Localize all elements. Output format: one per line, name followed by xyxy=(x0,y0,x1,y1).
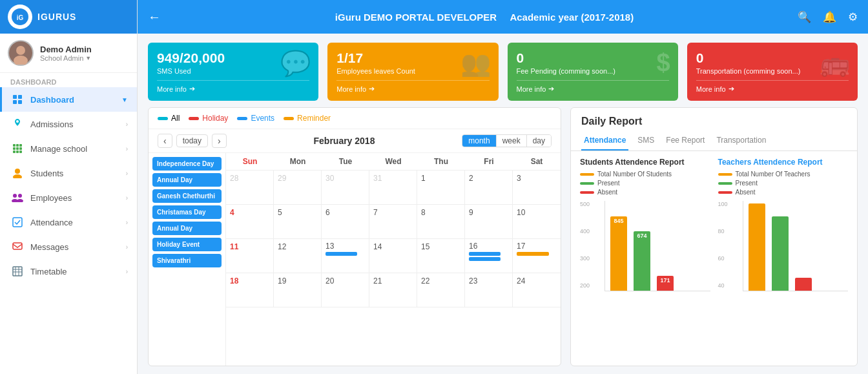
stat-more-employees[interactable]: More info ➔ xyxy=(336,80,489,93)
legend-label-total-teachers: Total Number Of Teachers xyxy=(736,171,811,178)
stat-value: 0 xyxy=(517,50,669,66)
svg-point-22 xyxy=(18,194,22,198)
table-row[interactable]: 2 xyxy=(465,171,513,204)
stat-more-sms[interactable]: More info ➔ xyxy=(157,80,309,93)
table-row[interactable]: 14 xyxy=(369,239,417,273)
table-row[interactable]: 23 xyxy=(465,273,513,307)
calendar-prev-button[interactable]: ‹ xyxy=(158,134,172,148)
sidebar-item-admissions[interactable]: Admissions › xyxy=(0,112,137,136)
day-number: 18 xyxy=(230,276,238,286)
notification-icon[interactable]: 🔔 xyxy=(823,10,836,24)
event-chip-ganesh[interactable]: Ganesh Chethurthi xyxy=(152,189,222,203)
sidebar-item-timetable[interactable]: Timetable › xyxy=(0,259,137,284)
cal-week-1: 28 29 30 31 1 2 3 xyxy=(226,171,561,205)
sidebar-item-label: Dashboard xyxy=(30,95,121,105)
table-row[interactable]: 7 xyxy=(369,205,417,238)
svg-rect-7 xyxy=(13,100,17,104)
y-label: 80 xyxy=(718,228,728,234)
transport-icon: 🚌 xyxy=(820,49,850,78)
cal-view-month[interactable]: month xyxy=(462,135,496,147)
events-sidebar: Independence Day Annual Day Ganesh Cheth… xyxy=(149,153,226,366)
stat-more-fee[interactable]: More info ➔ xyxy=(517,80,669,93)
table-row[interactable]: 13 xyxy=(322,239,369,273)
calendar-next-button[interactable]: › xyxy=(212,134,227,148)
cal-event-bar xyxy=(517,252,549,256)
table-row[interactable]: 8 xyxy=(417,205,465,238)
sidebar-item-employees[interactable]: Employees › xyxy=(0,185,137,210)
arrow-right-icon: ➔ xyxy=(189,85,195,93)
legend-label-total-students: Total Number Of Students xyxy=(597,171,672,178)
legend-reminder[interactable]: Reminder xyxy=(284,114,331,123)
attendance-icon xyxy=(11,216,24,229)
cal-view-day[interactable]: day xyxy=(527,135,551,147)
table-row[interactable]: 11 xyxy=(226,239,274,273)
calendar-today-button[interactable]: today xyxy=(176,134,208,147)
legend-item-total-students: Total Number Of Students xyxy=(580,171,710,178)
top-header: ← iGuru DEMO PORTAL DEVELOPER Academic y… xyxy=(138,0,868,34)
report-tab-fee[interactable]: Fee Report xyxy=(663,131,707,151)
legend-events[interactable]: Events xyxy=(237,114,274,123)
sidebar-item-attendance[interactable]: Attendance › xyxy=(0,210,137,234)
chevron-right-icon: › xyxy=(126,244,128,251)
cal-view-week[interactable]: week xyxy=(497,135,527,147)
report-tabs: Attendance SMS Fee Report Transportation xyxy=(571,131,857,151)
bar-present-teachers xyxy=(772,216,789,291)
table-row[interactable]: 18 xyxy=(226,273,274,307)
table-row[interactable]: 12 xyxy=(274,239,322,273)
table-row[interactable]: 24 xyxy=(513,273,561,307)
event-chip-holiday[interactable]: Holiday Event xyxy=(152,238,222,251)
table-row[interactable]: 16 xyxy=(465,239,513,273)
table-row[interactable]: 4 xyxy=(226,205,274,238)
table-row[interactable]: 15 xyxy=(417,239,465,273)
teachers-chart-area: 100 80 60 40 xyxy=(718,201,849,291)
bar-absent-students: 171 xyxy=(657,276,674,291)
table-row[interactable]: 5 xyxy=(274,205,322,238)
bar-chart-teachers xyxy=(743,201,849,291)
table-row[interactable]: 3 xyxy=(513,171,561,204)
table-row[interactable]: 1 xyxy=(417,171,465,204)
table-row[interactable]: 31 xyxy=(369,171,417,204)
day-number: 19 xyxy=(278,276,286,286)
legend-events-label: Events xyxy=(251,114,274,123)
sidebar-item-messages[interactable]: Messages › xyxy=(0,234,137,259)
sidebar-item-manage-school[interactable]: Manage school › xyxy=(0,136,137,161)
sidebar-item-students[interactable]: Students › xyxy=(0,161,137,185)
legend-all[interactable]: All xyxy=(158,114,180,123)
table-row[interactable]: 22 xyxy=(417,273,465,307)
event-chip-independence[interactable]: Independence Day xyxy=(152,157,222,171)
event-chip-annual1[interactable]: Annual Day xyxy=(152,173,222,187)
event-chip-christmas[interactable]: Christamas Day xyxy=(152,205,222,219)
legend-color-absent-students xyxy=(580,191,594,194)
report-tab-transport[interactable]: Transportation xyxy=(714,131,769,151)
event-chip-annual2[interactable]: Annual Day xyxy=(152,222,222,235)
table-row[interactable]: 9 xyxy=(465,205,513,238)
bar-total-teachers xyxy=(749,203,765,291)
table-row[interactable]: 21 xyxy=(369,273,417,307)
event-chip-shiva[interactable]: Shivarathri xyxy=(152,254,222,267)
table-row[interactable]: 10 xyxy=(513,205,561,238)
table-row[interactable]: 6 xyxy=(322,205,369,238)
back-button[interactable]: ← xyxy=(148,10,161,25)
legend-color-present-teachers xyxy=(718,182,732,185)
table-row[interactable]: 28 xyxy=(226,171,274,204)
user-role[interactable]: School Admin ▼ xyxy=(40,54,92,62)
avatar-image xyxy=(9,41,32,65)
day-number: 4 xyxy=(230,208,234,217)
table-row[interactable]: 20 xyxy=(322,273,369,307)
report-tab-sms[interactable]: SMS xyxy=(635,131,657,151)
bar-label: 674 xyxy=(637,231,646,239)
cal-header-thu: Thu xyxy=(417,153,465,170)
settings-icon[interactable]: ⚙ xyxy=(848,10,858,24)
search-icon[interactable]: 🔍 xyxy=(798,10,811,24)
sidebar-item-dashboard[interactable]: Dashboard ▼ xyxy=(0,87,137,112)
sidebar-item-label: Students xyxy=(30,169,126,178)
table-row[interactable]: 29 xyxy=(274,171,322,204)
table-row[interactable]: 19 xyxy=(274,273,322,307)
report-tab-attendance[interactable]: Attendance xyxy=(581,131,628,151)
legend-holiday[interactable]: Holiday xyxy=(189,114,228,123)
table-row[interactable]: 17 xyxy=(513,239,561,273)
stat-more-transport[interactable]: More info ➔ xyxy=(696,80,849,93)
day-number: 13 xyxy=(326,242,365,251)
table-row[interactable]: 30 xyxy=(322,171,369,204)
svg-rect-26 xyxy=(13,243,22,249)
